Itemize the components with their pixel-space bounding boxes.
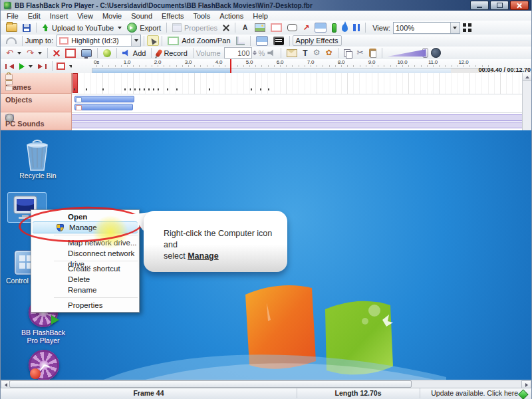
maximize-button[interactable]	[490, 1, 509, 10]
timeline-ruler[interactable]: 0s1.02.03.04.05.06.07.08.09.010.011.012.…	[72, 59, 532, 74]
upload-youtube-button[interactable]: Upload to YouTube	[39, 23, 124, 33]
save-button[interactable]	[20, 23, 33, 33]
menu-movie[interactable]: Movie	[98, 12, 126, 20]
delete-object-button[interactable]	[220, 24, 232, 32]
open-button[interactable]	[3, 23, 20, 33]
add-rounded-box-button[interactable]	[285, 23, 300, 32]
image-effect-button[interactable]	[253, 35, 271, 47]
bb-flashback-recorder-icon[interactable]	[29, 350, 59, 380]
close-button[interactable]	[510, 1, 529, 10]
go-to-end-button[interactable]	[35, 63, 49, 70]
add-pause-button[interactable]	[350, 23, 362, 32]
playhead[interactable]	[230, 59, 231, 73]
menu-bar: FileEditInsertViewMovieSoundEffectsTools…	[1, 11, 531, 21]
go-to-start-button[interactable]	[3, 63, 17, 70]
frame-marker	[268, 88, 269, 90]
crop-button[interactable]	[233, 36, 247, 46]
frames-track[interactable]	[72, 73, 523, 94]
menu-actions[interactable]: Actions	[215, 12, 248, 20]
monitor-button[interactable]	[78, 49, 94, 58]
select-mode-button[interactable]	[147, 35, 159, 46]
volume-stepper[interactable]	[253, 51, 257, 55]
add-sound-button[interactable]: Add	[120, 49, 149, 58]
play-button[interactable]	[17, 63, 35, 70]
monitor-icon	[81, 49, 92, 57]
objects-track[interactable]	[72, 94, 523, 113]
context-menu-item-create-shortcut[interactable]: Create shortcut	[31, 263, 139, 274]
pc-sounds-track-label[interactable]: PC Sounds	[1, 112, 72, 130]
context-menu-item-properties[interactable]: Properties	[31, 300, 139, 311]
delete-frames-button[interactable]	[51, 49, 63, 57]
add-arrow-button[interactable]: ↗	[300, 23, 312, 33]
frames-track-label[interactable]: Frames	[1, 73, 72, 94]
menu-edit[interactable]: Edit	[23, 12, 45, 20]
add-zoom-pan-button[interactable]: Add Zoom/Pan	[165, 36, 233, 46]
effects-settings-button[interactable]: ✿	[323, 48, 334, 58]
add-image-button[interactable]	[252, 23, 268, 33]
zoom-pan-rect-icon	[168, 37, 179, 45]
play-speed-button[interactable]	[428, 47, 444, 59]
fullscreen-button[interactable]	[460, 23, 474, 33]
menu-tools[interactable]: Tools	[188, 12, 215, 20]
properties-button[interactable]: Properties	[170, 23, 220, 33]
sound-button[interactable]	[100, 49, 114, 58]
frame-marker	[134, 88, 136, 90]
pc-sounds-track[interactable]	[72, 112, 523, 130]
object-bar-highlight[interactable]	[74, 96, 134, 102]
add-highlight-button[interactable]	[268, 23, 285, 33]
status-update-link[interactable]: Update available. Click here	[420, 388, 531, 398]
combo-drop-button[interactable]	[131, 35, 140, 46]
chevron-down-icon	[29, 65, 33, 68]
chevron-down-icon	[17, 52, 21, 55]
menu-file[interactable]: File	[2, 12, 23, 20]
speed-slider[interactable]	[388, 49, 426, 57]
select-frames-button[interactable]	[63, 48, 78, 59]
keystrokes-button[interactable]	[271, 36, 287, 46]
loop-button[interactable]	[3, 37, 19, 45]
close-icon	[517, 3, 522, 8]
redo-button[interactable]: ↷	[24, 48, 45, 58]
paste-button[interactable]	[366, 48, 379, 58]
copy-button[interactable]	[341, 49, 354, 58]
frames-mini-icons	[5, 74, 70, 91]
menu-sound[interactable]: Sound	[126, 12, 157, 20]
scroll-up-button[interactable]	[523, 73, 531, 81]
context-menu-item-rename[interactable]: Rename	[31, 285, 139, 295]
add-watermark-button[interactable]	[339, 23, 350, 33]
mute-button[interactable]	[265, 49, 278, 58]
minimize-button[interactable]	[470, 1, 489, 10]
recycle-bin-icon[interactable]	[23, 140, 51, 172]
add-textbox-button[interactable]: A	[238, 23, 252, 33]
export-button[interactable]: Export	[124, 22, 164, 33]
tracks-vertical-scrollbar[interactable]	[522, 73, 531, 130]
menu-effects[interactable]: Effects	[157, 12, 188, 20]
ruler-tick-label: 7.0	[307, 59, 315, 65]
undo-button[interactable]: ↶	[3, 48, 24, 58]
menu-view[interactable]: View	[72, 12, 98, 20]
jump-to-select[interactable]: Highlight (Id:3)	[57, 35, 141, 47]
add-marker-button[interactable]	[329, 23, 339, 33]
menu-insert[interactable]: Insert	[45, 12, 73, 20]
copy-icon	[344, 49, 352, 57]
frame-marker	[153, 88, 154, 90]
apply-effects-button[interactable]: Apply Effects	[293, 35, 342, 46]
context-menu-item-disconnect-network-drive[interactable]: Disconnect network drive...	[31, 248, 139, 259]
movie-preview[interactable]: Recycle Bin Control Panel BB FlashBack P…	[1, 130, 531, 380]
scrollbar-thumb[interactable]	[9, 380, 412, 388]
object-bar-textbox[interactable]	[74, 104, 133, 110]
volume-input[interactable]: 100	[224, 47, 252, 59]
combo-drop-button[interactable]	[450, 23, 460, 33]
text-style-button[interactable]: T	[300, 49, 310, 58]
record-sound-button[interactable]: Record	[154, 49, 190, 58]
app-window: BB FlashBack Pro Player - C:\Users\david…	[0, 0, 532, 399]
menu-help[interactable]: Help	[248, 12, 273, 20]
objects-track-label[interactable]: Objects	[1, 94, 72, 112]
message-button[interactable]	[284, 49, 300, 58]
apply-effects-label: Apply Effects	[296, 37, 338, 45]
play-icon	[19, 63, 25, 70]
view-zoom-select[interactable]: 100%	[393, 22, 460, 34]
cut-button[interactable]: ✂	[354, 48, 366, 58]
add-framed-image-button[interactable]	[312, 22, 329, 33]
settings-button[interactable]: ⚙	[311, 48, 323, 58]
context-menu-item-delete[interactable]: Delete	[31, 274, 139, 285]
